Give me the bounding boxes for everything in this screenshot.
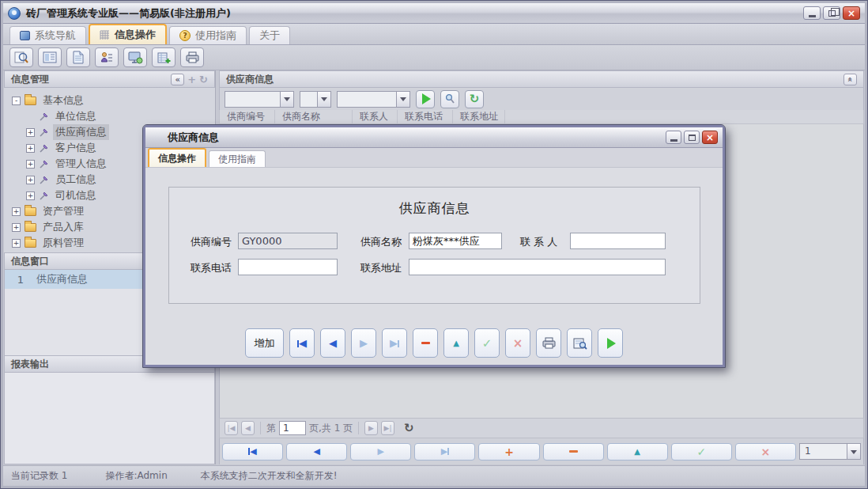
edit-record-button[interactable]: ▲	[443, 328, 469, 358]
address-field[interactable]	[409, 259, 666, 275]
record-count-combo[interactable]: 1	[799, 443, 861, 460]
next-record-button[interactable]: ▶	[350, 443, 411, 461]
run-query-button[interactable]	[416, 90, 435, 108]
chevron-down-icon[interactable]	[847, 444, 860, 459]
expander-icon[interactable]: +	[12, 223, 21, 232]
next-record-button[interactable]: ▶	[351, 328, 376, 358]
close-button[interactable]: ×	[843, 6, 860, 20]
dialog-minimize-button[interactable]	[666, 131, 681, 144]
next-record-icon: ▶	[360, 337, 368, 349]
column-header-supplier-code[interactable]: 供商编号	[220, 110, 275, 123]
column-header-supplier-name[interactable]: 供商名称	[275, 110, 353, 123]
tree-label: 单位信息	[53, 108, 99, 124]
search-button[interactable]	[9, 47, 33, 67]
collapse-panel-icon[interactable]: «	[171, 74, 184, 85]
chevron-down-icon[interactable]	[280, 92, 293, 107]
add-icon[interactable]: +	[187, 74, 196, 85]
print-preview-button[interactable]	[567, 328, 592, 358]
dialog-maximize-button[interactable]	[684, 131, 700, 144]
chevron-down-icon[interactable]	[396, 92, 409, 107]
add-button[interactable]: 增加	[245, 328, 284, 358]
new-document-button[interactable]	[66, 47, 90, 67]
cancel-button[interactable]: ×	[505, 328, 530, 358]
expander-icon[interactable]: +	[26, 160, 35, 169]
tree-item-unit-info[interactable]: 单位信息	[12, 108, 215, 124]
tab-label: 关于	[259, 28, 280, 43]
prev-record-button[interactable]: ◀	[320, 328, 345, 358]
tab-system-nav[interactable]: 系统导航	[9, 26, 86, 44]
advanced-search-button[interactable]	[440, 90, 459, 108]
page-prefix-label: 第	[266, 422, 276, 435]
page-number-input[interactable]	[279, 421, 306, 435]
first-record-button[interactable]: ◀	[289, 328, 315, 358]
supplier-code-field[interactable]	[238, 233, 338, 249]
first-record-button[interactable]: ◀	[222, 443, 283, 461]
tree-label: 资产管理	[40, 203, 86, 219]
confirm-record-button[interactable]: ✓	[671, 443, 732, 461]
form-view-button[interactable]	[38, 47, 62, 67]
first-page-button[interactable]: |◀	[225, 421, 238, 435]
tab-label: 使用指南	[195, 28, 236, 43]
chevron-down-icon[interactable]	[317, 92, 330, 107]
tab-user-guide[interactable]: ? 使用指南	[169, 26, 247, 44]
supplier-name-field[interactable]	[409, 233, 502, 249]
tree-item-basic-info[interactable]: - 基本信息	[12, 93, 215, 108]
dialog-tab-user-guide[interactable]: 使用指南	[209, 150, 266, 167]
phone-label: 联系电话	[191, 261, 232, 275]
collapse-up-icon[interactable]: «	[843, 74, 857, 85]
next-page-button[interactable]: ▶	[364, 421, 378, 435]
filter-value-combo[interactable]	[337, 91, 410, 108]
minus-icon	[569, 450, 578, 453]
expander-icon[interactable]: +	[26, 144, 35, 153]
record-count-value: 1	[800, 444, 847, 459]
add-record-button[interactable]: +	[478, 443, 539, 461]
delete-record-button[interactable]	[543, 443, 604, 461]
column-header-phone[interactable]: 联系电话	[398, 110, 453, 123]
dialog-close-button[interactable]: ×	[702, 131, 718, 144]
print-button[interactable]	[180, 47, 204, 67]
minimize-button[interactable]	[803, 6, 821, 20]
monitor-button[interactable]	[123, 47, 147, 67]
expander-icon[interactable]: -	[12, 97, 21, 105]
app-window: 砖厂管理系统专业版——简易版(非注册用户) × 系统导航 信息操作 ? 使用指南…	[0, 0, 868, 489]
tab-info-operation[interactable]: 信息操作	[89, 24, 167, 44]
last-record-button[interactable]: ▶	[382, 328, 407, 358]
expander-icon[interactable]: +	[12, 207, 21, 216]
database-add-button[interactable]	[152, 47, 175, 67]
last-page-button[interactable]: ▶|	[381, 421, 394, 435]
print-button[interactable]	[536, 328, 561, 358]
prev-page-button[interactable]: ◀	[241, 421, 255, 435]
edit-record-button[interactable]: ▲	[607, 443, 668, 461]
column-header-address[interactable]: 联系地址	[453, 110, 505, 123]
expander-icon[interactable]: +	[12, 239, 21, 248]
delete-record-button[interactable]	[413, 328, 438, 358]
last-page-icon: ▶|	[384, 424, 392, 432]
dialog-tab-info-operation[interactable]: 信息操作	[148, 148, 206, 167]
tool-icon	[39, 191, 49, 201]
filter-operator-combo[interactable]	[300, 91, 331, 108]
refresh-data-button[interactable]: ↻	[465, 90, 484, 108]
confirm-button[interactable]: ✓	[474, 328, 500, 358]
last-record-button[interactable]: ▶	[414, 443, 475, 461]
expander-icon[interactable]: +	[26, 191, 35, 200]
restore-button[interactable]	[823, 6, 840, 20]
user-manage-button[interactable]	[95, 47, 119, 67]
grid-header-row: 供商编号 供商名称 联系人 联系电话 联系地址	[219, 110, 864, 124]
column-header-contact[interactable]: 联系人	[353, 110, 398, 123]
prev-record-button[interactable]: ◀	[286, 443, 347, 461]
expander-icon[interactable]: +	[26, 176, 35, 184]
supplier-panel-header: 供应商信息 «	[219, 70, 864, 88]
supplier-panel-title: 供应商信息	[226, 73, 274, 86]
run-button[interactable]	[598, 328, 623, 358]
cancel-record-button[interactable]: ×	[735, 443, 796, 461]
dialog-content: 供应商信息 供商编号 供商名称 联 系 人 联系电话 联系地址 增加 ◀ ◀ ▶…	[145, 168, 723, 366]
filter-field-combo[interactable]	[225, 91, 294, 108]
tool-icon	[39, 159, 49, 169]
tab-about[interactable]: 关于	[249, 26, 290, 44]
tree-label: 基本信息	[40, 93, 86, 108]
refresh-page-icon[interactable]: ↻	[404, 421, 414, 435]
phone-field[interactable]	[238, 259, 338, 275]
expander-icon[interactable]: +	[26, 128, 35, 137]
contact-person-field[interactable]	[570, 233, 666, 249]
refresh-icon[interactable]: ↻	[199, 74, 208, 85]
